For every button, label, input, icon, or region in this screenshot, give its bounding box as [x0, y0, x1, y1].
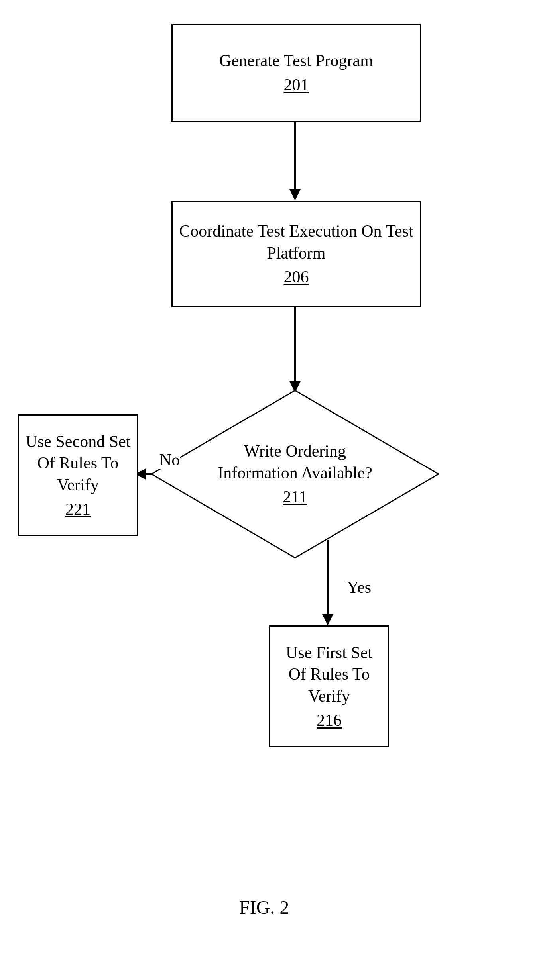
arrow-line: [294, 306, 296, 382]
decision-text-container: Write Ordering Information Available? 21…: [207, 440, 383, 508]
decision-ref: 211: [207, 486, 383, 508]
box-ref: 221: [65, 498, 91, 520]
box-ref: 216: [317, 710, 342, 731]
flowchart-box-generate: Generate Test Program 201: [171, 24, 421, 122]
decision-text: Write Ordering Information Available?: [207, 440, 383, 484]
box-line: Verify: [57, 474, 99, 496]
arrow-head-icon: [289, 189, 301, 200]
box-line: Of Rules To: [289, 663, 370, 685]
box-text: Generate Test Program: [219, 50, 373, 72]
box-ref: 206: [284, 266, 309, 288]
flowchart-box-yes: Use First Set Of Rules To Verify 216: [269, 625, 389, 747]
box-ref: 201: [284, 74, 309, 96]
box-line: Of Rules To: [37, 452, 119, 474]
arrow-line: [327, 540, 329, 615]
arrow-line: [294, 121, 296, 190]
flowchart-box-coordinate: Coordinate Test Execution On Test Platfo…: [171, 201, 421, 307]
label-yes: Yes: [347, 578, 371, 597]
flowchart-decision-container: Write Ordering Information Available? 21…: [150, 388, 441, 560]
box-line: Use Second Set: [26, 431, 131, 453]
arrow-line: [145, 473, 153, 475]
figure-caption: FIG. 2: [239, 896, 289, 918]
label-no: No: [159, 450, 180, 469]
arrow-head-icon: [322, 614, 333, 625]
box-text: Coordinate Test Execution On Test Platfo…: [173, 220, 420, 264]
box-line: Verify: [308, 685, 350, 707]
flowchart-box-no: Use Second Set Of Rules To Verify 221: [18, 414, 138, 536]
box-line: Use First Set: [286, 642, 372, 664]
